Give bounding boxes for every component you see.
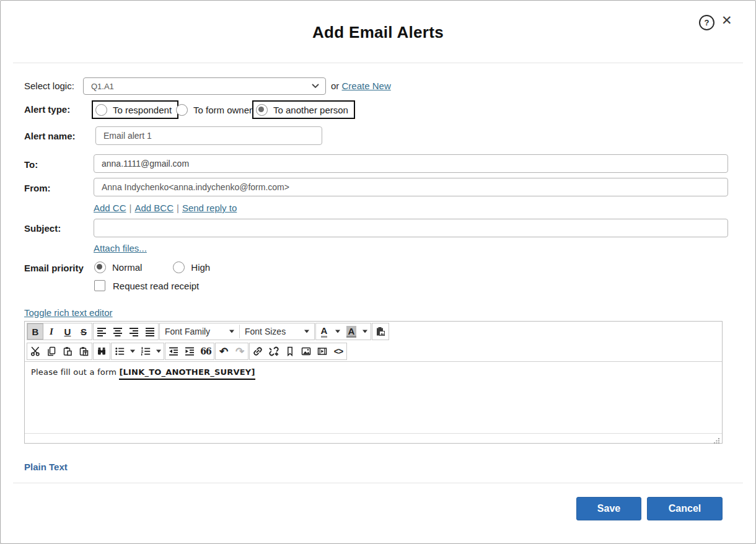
to-label: To: bbox=[24, 159, 38, 170]
survey-link-token[interactable]: [LINK_TO_ANOTHER_SURVEY] bbox=[119, 367, 255, 380]
read-receipt-checkbox[interactable] bbox=[94, 280, 105, 291]
history-group: ↶ ↷ bbox=[215, 343, 248, 360]
blockquote-icon[interactable]: 66 bbox=[198, 343, 214, 359]
save-button[interactable]: Save bbox=[576, 497, 641, 520]
email-priority-label: Email priority bbox=[24, 263, 84, 273]
header-divider bbox=[13, 63, 743, 63]
format-group: B I U S bbox=[27, 323, 92, 340]
numbered-list-caret[interactable] bbox=[154, 343, 164, 359]
toggle-rich-text-editor-link[interactable]: Toggle rich text editor bbox=[24, 307, 113, 318]
source-code-icon[interactable]: <> bbox=[330, 343, 346, 359]
subject-input[interactable] bbox=[94, 219, 728, 237]
from-label: From: bbox=[24, 183, 51, 193]
recipient-links-row: Add CC | Add BCC | Send reply to bbox=[94, 203, 237, 213]
bold-button[interactable]: B bbox=[27, 323, 43, 340]
cancel-button[interactable]: Cancel bbox=[647, 497, 723, 520]
radio-icon[interactable] bbox=[176, 104, 188, 116]
from-input[interactable] bbox=[94, 178, 728, 196]
search-group bbox=[93, 343, 110, 360]
alert-type-label: Alert type: bbox=[24, 104, 70, 115]
link-icon[interactable] bbox=[250, 343, 266, 359]
add-email-alerts-dialog: ? ✕ Add Email Alerts Select logic: Q1.A1… bbox=[0, 0, 756, 544]
or-create-new: or Create New bbox=[331, 81, 391, 91]
toolbar-row-1: B I U S Font Family Font Sizes bbox=[25, 322, 722, 341]
or-text: or bbox=[331, 81, 339, 91]
create-new-link[interactable]: Create New bbox=[342, 81, 391, 91]
paste-icon[interactable] bbox=[59, 343, 76, 359]
normal-label: Normal bbox=[112, 262, 142, 273]
editor-content-area[interactable]: Please fill out a form [LINK_TO_ANOTHER_… bbox=[25, 361, 722, 433]
add-bcc-link[interactable]: Add BCC bbox=[134, 203, 174, 213]
text-color-caret[interactable] bbox=[332, 323, 343, 340]
radio-label: To another person bbox=[273, 105, 348, 115]
chevron-down-icon bbox=[312, 84, 319, 89]
font-family-value: Font Family bbox=[165, 327, 210, 336]
template-group bbox=[372, 323, 389, 340]
strikethrough-button[interactable]: S bbox=[76, 323, 92, 340]
editor-status-bar bbox=[25, 433, 722, 445]
caret-down-icon bbox=[229, 330, 234, 333]
background-color-caret[interactable] bbox=[359, 323, 371, 340]
insert-template-icon[interactable] bbox=[372, 323, 389, 340]
undo-icon[interactable]: ↶ bbox=[216, 343, 232, 359]
align-center-icon[interactable] bbox=[110, 323, 126, 340]
editor-text: Please fill out a form bbox=[31, 367, 119, 377]
alert-name-input[interactable] bbox=[95, 126, 322, 145]
search-replace-icon[interactable] bbox=[94, 343, 110, 359]
italic-button[interactable]: I bbox=[43, 323, 59, 340]
list-group bbox=[111, 343, 164, 360]
media-icon[interactable] bbox=[314, 343, 330, 359]
outdent-icon[interactable] bbox=[165, 343, 182, 359]
select-logic-dropdown[interactable]: Q1.A1 bbox=[83, 77, 326, 95]
text-color-letter: A bbox=[321, 326, 328, 338]
send-reply-to-link[interactable]: Send reply to bbox=[182, 203, 237, 213]
radio-icon[interactable] bbox=[95, 104, 107, 116]
indent-icon[interactable] bbox=[182, 343, 198, 359]
unlink-icon[interactable] bbox=[266, 343, 282, 359]
radio-normal-selected[interactable] bbox=[94, 261, 106, 273]
redo-icon[interactable]: ↷ bbox=[232, 343, 248, 359]
image-icon[interactable] bbox=[298, 343, 314, 359]
paste-as-text-icon[interactable] bbox=[76, 343, 92, 359]
radio-high[interactable] bbox=[173, 261, 185, 273]
align-group bbox=[93, 323, 159, 340]
font-sizes-select[interactable]: Font Sizes bbox=[240, 323, 314, 340]
footer-divider bbox=[13, 483, 743, 483]
subject-label: Subject: bbox=[24, 223, 61, 234]
radio-label: To form owner bbox=[193, 105, 252, 115]
select-logic-label: Select logic: bbox=[24, 81, 74, 91]
color-group: A A bbox=[315, 323, 371, 340]
attach-files-link[interactable]: Attach files... bbox=[94, 243, 147, 253]
radio-icon-selected[interactable] bbox=[256, 104, 268, 116]
plain-text-link[interactable]: Plain Text bbox=[24, 462, 68, 472]
copy-icon[interactable] bbox=[43, 343, 59, 359]
radio-option-to-another-person[interactable]: To another person bbox=[252, 100, 355, 119]
text-color-button[interactable]: A bbox=[316, 323, 332, 340]
add-cc-link[interactable]: Add CC bbox=[94, 203, 126, 213]
bullet-list-button[interactable] bbox=[112, 343, 128, 359]
alert-name-label: Alert name: bbox=[24, 131, 76, 141]
anchor-icon[interactable] bbox=[282, 343, 298, 359]
align-left-icon[interactable] bbox=[94, 323, 110, 340]
font-family-select[interactable]: Font Family bbox=[160, 323, 239, 340]
read-receipt-label: Request read receipt bbox=[113, 281, 199, 291]
radio-label: To respondent bbox=[113, 105, 172, 115]
background-color-button[interactable]: A bbox=[343, 323, 359, 340]
radio-option-to-respondent[interactable]: To respondent bbox=[92, 100, 178, 119]
insert-group: <> bbox=[249, 343, 347, 360]
page-title: Add Email Alerts bbox=[1, 23, 755, 42]
font-sizes-value: Font Sizes bbox=[245, 327, 286, 336]
rich-text-editor: B I U S Font Family Font Sizes bbox=[24, 321, 723, 444]
cut-icon[interactable] bbox=[27, 343, 43, 359]
bullet-list-caret[interactable] bbox=[128, 343, 138, 359]
read-receipt-row: Request read receipt bbox=[94, 280, 199, 291]
link-separator: | bbox=[177, 203, 179, 213]
font-group: Font Family Font Sizes bbox=[159, 323, 315, 340]
align-right-icon[interactable] bbox=[126, 323, 142, 340]
underline-button[interactable]: U bbox=[59, 323, 76, 340]
radio-option-to-form-owner[interactable]: To form owner bbox=[176, 100, 252, 119]
numbered-list-button[interactable] bbox=[138, 343, 154, 359]
justify-icon[interactable] bbox=[142, 323, 158, 340]
resize-grip[interactable] bbox=[713, 437, 720, 444]
to-input[interactable] bbox=[94, 154, 728, 173]
